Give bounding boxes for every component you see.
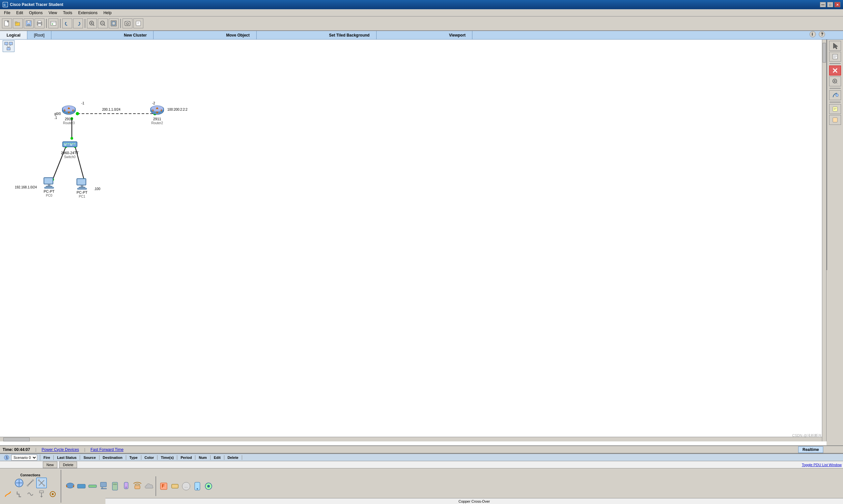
- pc0-node[interactable]: PC-PT PC0: [41, 176, 57, 197]
- horizontal-scrollbar[interactable]: [0, 437, 822, 442]
- fire-button[interactable]: [829, 115, 841, 125]
- power-cycle-button[interactable]: Power Cycle Devices: [41, 447, 79, 452]
- zoom-out-button[interactable]: [98, 18, 108, 28]
- toolbar: [0, 16, 843, 31]
- svg-line-34: [6, 45, 8, 48]
- router2-icon[interactable]: [149, 104, 165, 117]
- router3-icon[interactable]: [61, 104, 77, 117]
- router3-node[interactable]: 2911 Router3: [61, 104, 77, 125]
- vertical-scrollbar[interactable]: [822, 39, 827, 442]
- menu-extensions[interactable]: Extensions: [75, 10, 100, 16]
- maximize-button[interactable]: □: [827, 2, 833, 7]
- connection-all-button[interactable]: [14, 478, 24, 488]
- close-button[interactable]: ✕: [835, 2, 840, 7]
- bottom-area: S Scenario 0 Fire Last Status Source Des…: [0, 453, 843, 504]
- svg-text:i: i: [812, 32, 813, 37]
- save-button[interactable]: [24, 18, 34, 28]
- device-modem-icon[interactable]: [169, 481, 180, 491]
- redo-button[interactable]: [73, 18, 83, 28]
- router2-node[interactable]: 2911 Router2: [149, 104, 165, 125]
- new-cluster-button[interactable]: New Cluster: [117, 31, 154, 39]
- app-title: Cisco Packet Tracer Student: [10, 2, 63, 7]
- menu-edit[interactable]: Edit: [14, 10, 26, 16]
- device-wireless-icon[interactable]: [132, 481, 142, 491]
- new-button[interactable]: [2, 18, 12, 28]
- activity-wizard-button[interactable]: [49, 18, 58, 28]
- toggle-pdu-button[interactable]: Toggle PDU List Window: [802, 463, 842, 467]
- svg-rect-9: [38, 21, 41, 22]
- svg-rect-11: [51, 21, 56, 25]
- connection-crossover-button[interactable]: [36, 478, 47, 488]
- device-phone-icon[interactable]: [121, 481, 131, 491]
- connection-usb-button[interactable]: [36, 489, 47, 499]
- svg-rect-70: [44, 187, 54, 188]
- connection-cable-button[interactable]: [25, 478, 36, 488]
- select-tool-button[interactable]: [829, 41, 841, 51]
- delete-pdu-button[interactable]: Delete: [59, 462, 77, 468]
- pdu-col-edit: Edit: [211, 455, 225, 460]
- rs-sep2: [829, 88, 841, 89]
- device-misc-icon[interactable]: ...: [181, 481, 191, 491]
- device-switch-icon[interactable]: [76, 481, 86, 491]
- info-button[interactable]: i: [809, 30, 817, 38]
- svg-rect-63: [70, 143, 71, 144]
- svg-rect-118: [135, 486, 140, 489]
- connection-phone-button[interactable]: [14, 489, 24, 499]
- connection-coax-button[interactable]: [48, 489, 58, 499]
- screenshot-button[interactable]: [123, 18, 132, 28]
- scenario-select[interactable]: Scenario 0: [11, 455, 37, 461]
- pc1-icon[interactable]: [74, 177, 90, 191]
- zoom-fit-button[interactable]: [109, 18, 119, 28]
- device-tablet-icon[interactable]: [192, 481, 202, 491]
- device-server-icon[interactable]: [109, 481, 120, 491]
- place-note-button[interactable]: [829, 52, 841, 61]
- device-pc-icon[interactable]: [98, 481, 109, 491]
- svg-point-117: [125, 487, 127, 488]
- svg-point-107: [52, 493, 54, 495]
- inspect-button[interactable]: [133, 18, 143, 28]
- svg-rect-60: [64, 143, 65, 144]
- open-button[interactable]: [13, 18, 23, 28]
- logical-button[interactable]: Logical: [0, 31, 28, 39]
- move-object-button[interactable]: Move Object: [219, 31, 256, 39]
- logical-view-icon[interactable]: [3, 40, 15, 52]
- set-tiled-background-button[interactable]: Set Tiled Background: [323, 31, 377, 39]
- print-button[interactable]: [35, 18, 44, 28]
- connection-fiber-button[interactable]: [3, 489, 13, 499]
- viewport-button[interactable]: Viewport: [443, 31, 472, 39]
- minimize-button[interactable]: —: [820, 2, 826, 7]
- top-nav: Logical [Root] New Cluster Move Object S…: [0, 31, 843, 39]
- device-hub-icon[interactable]: [87, 481, 97, 491]
- svg-line-35: [8, 45, 11, 48]
- device-cloud-icon[interactable]: [143, 481, 154, 491]
- packet-button[interactable]: [829, 104, 841, 114]
- device-router-icon[interactable]: [65, 481, 75, 491]
- pc0-sublabel: PC0: [46, 194, 52, 197]
- device-iot-icon[interactable]: [203, 481, 214, 491]
- device-firewall-icon[interactable]: F: [158, 481, 169, 491]
- menu-tools[interactable]: Tools: [60, 10, 75, 16]
- fast-forward-button[interactable]: Fast Forward Time: [91, 447, 124, 452]
- new-pdu-button[interactable]: New: [43, 462, 57, 468]
- hscroll-thumb[interactable]: [3, 437, 30, 442]
- switch0-icon[interactable]: [62, 138, 78, 151]
- menu-file[interactable]: File: [1, 10, 13, 16]
- toolbar-sep1: [46, 19, 47, 28]
- menu-view[interactable]: View: [46, 10, 60, 16]
- workspace[interactable]: 200.1.1.0/24 -1 -2 g0/0 .1 100:200:2:2:2…: [0, 39, 827, 461]
- switch0-node[interactable]: 2960-24TT Switch0: [61, 138, 79, 159]
- pc0-icon[interactable]: [41, 176, 57, 190]
- svg-text:F: F: [162, 483, 165, 488]
- menu-options[interactable]: Options: [26, 10, 45, 16]
- realtime-button[interactable]: Realtime: [798, 446, 823, 453]
- zoom-in-rs-button[interactable]: [829, 76, 841, 86]
- zoom-in-button[interactable]: [87, 18, 97, 28]
- help-button[interactable]: ?: [818, 30, 826, 38]
- connection-serial-button[interactable]: [25, 489, 36, 499]
- undo-button[interactable]: [62, 18, 72, 28]
- menu-help[interactable]: Help: [101, 10, 114, 16]
- custom-tool-button[interactable]: [829, 90, 841, 100]
- vscroll-thumb[interactable]: [823, 43, 826, 62]
- pc1-node[interactable]: PC-PT PC1: [74, 177, 90, 198]
- delete-button[interactable]: [829, 66, 841, 75]
